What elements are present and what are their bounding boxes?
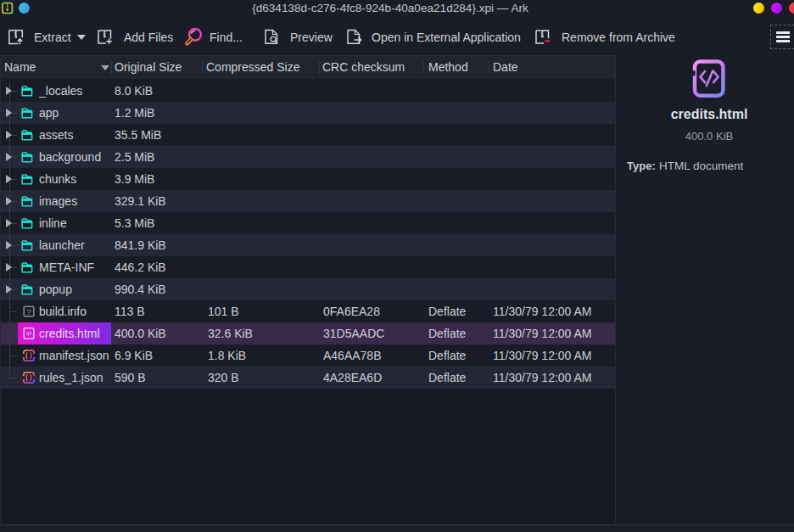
svg-text:?: ? (26, 306, 31, 316)
